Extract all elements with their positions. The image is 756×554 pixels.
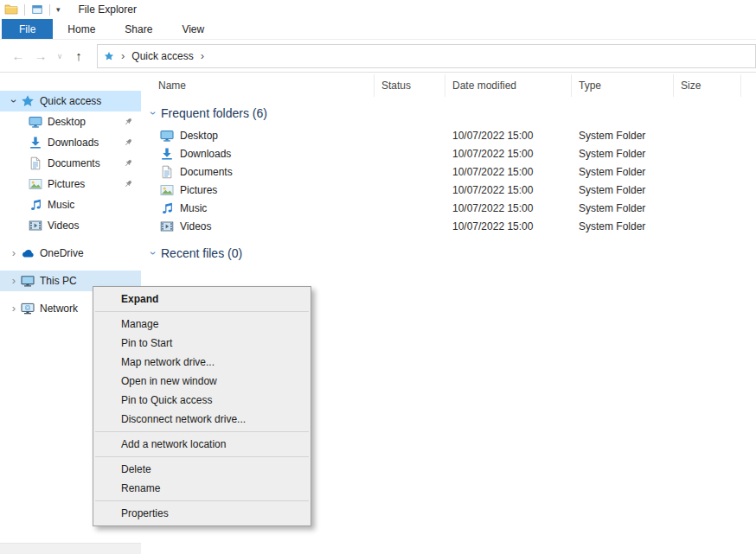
sidebar-item-music[interactable]: Music [0, 194, 141, 215]
cell-type: System Folder [572, 130, 674, 142]
column-header-type[interactable]: Type [572, 74, 674, 97]
menu-item-add-a-network-location[interactable]: Add a network location [93, 435, 311, 454]
toolbar-separator [49, 4, 50, 16]
sidebar-item-label: Network [40, 302, 78, 315]
menu-item-expand[interactable]: Expand [93, 290, 311, 309]
column-header-name[interactable]: Name [141, 74, 375, 97]
menu-item-open-in-new-window[interactable]: Open in new window [93, 372, 311, 391]
chevron-right-icon[interactable]: › [7, 274, 21, 288]
file-explorer-window: ▾ File Explorer File Home Share View ← →… [0, 0, 756, 554]
chevron-down-icon[interactable]: › [7, 94, 21, 108]
back-button[interactable]: ← [7, 48, 29, 63]
file-name: Documents [180, 166, 233, 178]
up-button[interactable]: ↑ [67, 48, 90, 63]
menu-separator [95, 500, 309, 501]
context-menu: Expand Manage Pin to Start Map network d… [93, 286, 311, 526]
group-header-label: Frequent folders (6) [161, 106, 267, 120]
music-icon [29, 198, 42, 212]
chevron-down-icon[interactable]: › [147, 107, 159, 119]
tab-share[interactable]: Share [110, 19, 167, 39]
file-name: Pictures [180, 184, 217, 196]
menu-item-manage[interactable]: Manage [93, 315, 311, 334]
cell-name: Videos [141, 220, 375, 233]
cell-name: Downloads [141, 147, 375, 161]
menu-item-delete[interactable]: Delete [93, 460, 311, 479]
file-row-music[interactable]: Music 10/07/2022 15:00 System Folder [141, 199, 756, 217]
cell-date-modified: 10/07/2022 15:00 [445, 202, 572, 214]
window-title: File Explorer [79, 3, 137, 16]
forward-button[interactable]: → [29, 48, 52, 63]
sidebar-item-onedrive[interactable]: › OneDrive [0, 243, 141, 264]
cell-date-modified: 10/07/2022 15:00 [445, 148, 572, 160]
sidebar-item-label: Quick access [40, 95, 101, 107]
breadcrumb-quick-access[interactable]: Quick access [131, 50, 193, 62]
address-bar[interactable]: › Quick access › [97, 44, 756, 68]
file-explorer-icon [4, 3, 18, 16]
file-name: Music [180, 202, 207, 214]
quick-access-toolbar-properties-icon[interactable] [31, 3, 43, 16]
file-row-downloads[interactable]: Downloads 10/07/2022 15:00 System Folder [141, 144, 756, 162]
file-name: Desktop [180, 130, 218, 142]
menu-item-pin-to-start[interactable]: Pin to Start [93, 334, 311, 353]
chevron-right-icon[interactable]: › [7, 246, 21, 260]
sidebar-item-downloads[interactable]: Downloads [0, 132, 141, 153]
cell-type: System Folder [572, 202, 674, 214]
tab-home[interactable]: Home [53, 19, 110, 39]
sidebar-item-quick-access[interactable]: › Quick access [0, 91, 141, 111]
column-header-size[interactable]: Size [674, 74, 741, 97]
customize-quick-access-toolbar-icon[interactable]: ▾ [56, 6, 61, 14]
sidebar-horizontal-scrollbar[interactable] [0, 543, 141, 554]
menu-item-map-network-drive[interactable]: Map network drive... [93, 353, 311, 372]
sidebar-item-label: OneDrive [40, 247, 84, 259]
cell-date-modified: 10/07/2022 15:00 [445, 184, 572, 196]
file-row-videos[interactable]: Videos 10/07/2022 15:00 System Folder [141, 217, 756, 235]
cell-type: System Folder [572, 166, 674, 178]
tab-view[interactable]: View [167, 19, 219, 39]
cell-date-modified: 10/07/2022 15:00 [445, 130, 572, 142]
cell-type: System Folder [572, 220, 674, 232]
documents-icon [160, 165, 174, 179]
tab-file[interactable]: File [2, 19, 53, 39]
menu-separator [95, 431, 309, 432]
menu-item-rename[interactable]: Rename [93, 479, 311, 498]
sidebar-item-documents[interactable]: Documents [0, 153, 141, 174]
recent-locations-dropdown-icon[interactable]: ∨ [52, 52, 67, 60]
sidebar-item-label: Pictures [48, 178, 85, 190]
sidebar-item-pictures[interactable]: Pictures [0, 174, 141, 194]
column-header-status[interactable]: Status [375, 74, 445, 97]
onedrive-cloud-icon [21, 246, 35, 260]
file-row-desktop[interactable]: Desktop 10/07/2022 15:00 System Folder [141, 126, 756, 144]
network-icon [21, 302, 35, 315]
menu-item-properties[interactable]: Properties [93, 504, 311, 523]
file-row-pictures[interactable]: Pictures 10/07/2022 15:00 System Folder [141, 181, 756, 199]
sidebar-item-label: Desktop [48, 116, 86, 128]
navigation-bar: ← → ∨ ↑ › Quick access › [0, 40, 756, 73]
menu-item-pin-to-quick-access[interactable]: Pin to Quick access [93, 391, 311, 410]
desktop-icon [29, 115, 42, 129]
cell-date-modified: 10/07/2022 15:00 [445, 166, 572, 178]
group-header-label: Recent files (0) [161, 246, 242, 260]
sidebar-item-desktop[interactable]: Desktop [0, 111, 141, 132]
sidebar-group-gap [0, 264, 141, 271]
chevron-right-icon[interactable]: › [7, 302, 21, 315]
breadcrumb-chevron-icon[interactable]: › [116, 49, 130, 62]
pictures-icon [160, 183, 174, 197]
music-icon [160, 201, 174, 215]
toolbar-separator [24, 4, 25, 16]
pin-icon [123, 179, 133, 189]
sidebar-item-label: Music [48, 199, 74, 211]
pictures-icon [29, 177, 42, 191]
sidebar-item-label: Downloads [48, 137, 99, 149]
file-row-documents[interactable]: Documents 10/07/2022 15:00 System Folder [141, 162, 756, 181]
sidebar-item-videos[interactable]: Videos [0, 215, 141, 236]
chevron-down-icon[interactable]: › [147, 247, 159, 259]
menu-separator [95, 456, 309, 457]
group-header-frequent-folders[interactable]: › Frequent folders (6) [141, 104, 756, 123]
group-header-recent-files[interactable]: › Recent files (0) [141, 244, 756, 263]
sidebar-group-gap [0, 236, 141, 243]
column-header-row: Name Status Date modified Type Size [141, 73, 756, 99]
menu-item-disconnect-network-drive[interactable]: Disconnect network drive... [93, 410, 311, 429]
column-header-date-modified[interactable]: Date modified [445, 74, 572, 97]
cell-type: System Folder [572, 184, 674, 196]
breadcrumb-chevron-icon[interactable]: › [195, 49, 209, 62]
